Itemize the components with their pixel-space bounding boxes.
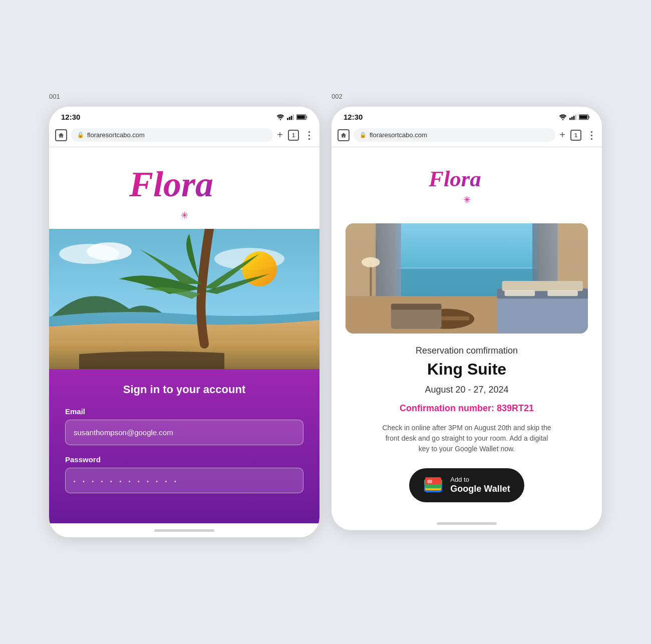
home-bar-1 (154, 529, 214, 532)
screens-container: 001 12:30 (49, 107, 602, 537)
flora-logo-svg-2: Flora (427, 162, 507, 192)
url-bar-2[interactable]: 🔒 floraresortcabo.com (354, 128, 555, 142)
url-text-2: floraresortcabo.com (370, 131, 427, 139)
home-indicator-1 (49, 523, 319, 537)
svg-rect-34 (502, 281, 583, 291)
browser-bar-2: 🔒 floraresortcabo.com + 1 ⋮ (332, 125, 602, 147)
lock-icon-2: 🔒 (360, 132, 367, 138)
phone1-body: Flora ✳ (49, 147, 319, 537)
svg-rect-18 (575, 114, 576, 120)
google-wallet-button[interactable]: Add to Google Wallet (409, 468, 524, 502)
battery-icon (296, 114, 307, 120)
svg-point-11 (87, 242, 132, 260)
svg-rect-15 (569, 118, 571, 120)
frame-number-1: 001 (49, 93, 60, 100)
status-bar-1: 12:30 (49, 107, 319, 125)
add-tab-button-1[interactable]: + (277, 129, 283, 141)
hero-image-1 (49, 229, 319, 369)
flora-logo-1: Flora (124, 162, 244, 208)
browser-actions-2: + 1 ⋮ (559, 129, 596, 141)
phone-frame-2: 12:30 (332, 107, 602, 530)
room-image (346, 223, 588, 334)
room-scene-svg (346, 223, 588, 334)
svg-rect-36 (547, 290, 578, 296)
home-button-2[interactable] (338, 129, 350, 141)
browser-actions-1: + 1 ⋮ (277, 129, 313, 141)
checkin-instructions: Check in online after 3PM on August 20th… (382, 423, 552, 454)
svg-rect-4 (293, 114, 294, 120)
beach-scene-svg (49, 229, 319, 369)
tab-count-2[interactable]: 1 (570, 130, 581, 141)
more-menu-2[interactable]: ⋮ (586, 129, 596, 141)
phone2-body: Flora ✳ (332, 147, 602, 530)
svg-point-14 (562, 119, 564, 120)
lock-icon-1: 🔒 (77, 132, 84, 138)
email-input[interactable] (65, 420, 303, 445)
frame-number-2: 002 (332, 93, 343, 100)
reservation-content: Reservation comfirmation King Suite Augu… (332, 213, 602, 516)
svg-rect-35 (505, 290, 535, 296)
svg-rect-54 (427, 480, 432, 483)
logo-asterisk-1: ✳ (181, 210, 188, 221)
logo-section-1: Flora ✳ (49, 147, 319, 229)
phone-frame-1: 12:30 (49, 107, 319, 537)
signin-section: Sign in to your account Email Password •… (49, 369, 319, 523)
reservation-dates: August 20 - 27, 2024 (425, 385, 508, 395)
svg-rect-6 (297, 115, 305, 119)
svg-text:Flora: Flora (428, 166, 481, 191)
svg-rect-41 (370, 263, 372, 296)
home-icon-2 (341, 132, 347, 138)
confirmation-number: Confirmation number: 839RT21 (400, 403, 534, 414)
svg-rect-21 (588, 116, 589, 118)
svg-point-0 (280, 119, 281, 120)
wallet-logo-svg (423, 475, 443, 495)
home-bar-2 (437, 522, 497, 525)
email-label: Email (65, 407, 303, 416)
room-name: King Suite (427, 360, 506, 379)
add-tab-button-2[interactable]: + (559, 129, 565, 141)
status-time-2: 12:30 (344, 113, 363, 121)
signal-icon (287, 114, 294, 120)
signal-icon-2 (569, 114, 576, 120)
status-bar-2: 12:30 (332, 107, 602, 125)
status-time-1: 12:30 (61, 113, 80, 121)
home-button-1[interactable] (55, 129, 67, 141)
battery-icon-2 (579, 114, 590, 120)
svg-rect-7 (306, 116, 307, 118)
logo-asterisk-2: ✳ (463, 194, 471, 205)
svg-rect-3 (291, 116, 292, 120)
wifi-icon-2 (559, 114, 567, 120)
browser-bar-1: 🔒 floraresortcabo.com + 1 ⋮ (49, 125, 319, 147)
svg-rect-17 (573, 116, 575, 120)
svg-rect-2 (289, 117, 290, 120)
home-indicator-2 (332, 516, 602, 530)
status-icons-2 (559, 114, 590, 120)
svg-rect-26 (396, 267, 537, 269)
flora-logo-svg: Flora (124, 162, 244, 202)
password-label: Password (65, 455, 303, 464)
url-text-1: floraresortcabo.com (87, 131, 145, 139)
wifi-icon (276, 114, 284, 120)
wallet-text: Add to Google Wallet (450, 476, 510, 494)
svg-text:Flora: Flora (129, 164, 213, 202)
wallet-add-text: Add to (450, 476, 510, 484)
svg-rect-16 (571, 117, 573, 120)
signin-title: Sign in to your account (65, 383, 303, 396)
password-input[interactable]: • • • • • • • • • • • • (65, 468, 303, 493)
svg-point-42 (362, 257, 380, 267)
wallet-name-text: Google Wallet (450, 484, 510, 495)
svg-rect-1 (287, 118, 288, 120)
url-bar-1[interactable]: 🔒 floraresortcabo.com (71, 128, 273, 142)
reservation-title: Reservation comfirmation (416, 346, 518, 356)
status-icons-1 (276, 114, 307, 120)
home-icon (58, 132, 64, 138)
svg-rect-40 (391, 303, 442, 309)
logo-section-2: Flora ✳ (332, 147, 602, 213)
more-menu-1[interactable]: ⋮ (304, 129, 313, 141)
password-dots: • • • • • • • • • • • • (74, 479, 179, 484)
wallet-icon (423, 475, 443, 495)
svg-rect-20 (579, 115, 587, 119)
tab-count-1[interactable]: 1 (288, 130, 299, 141)
